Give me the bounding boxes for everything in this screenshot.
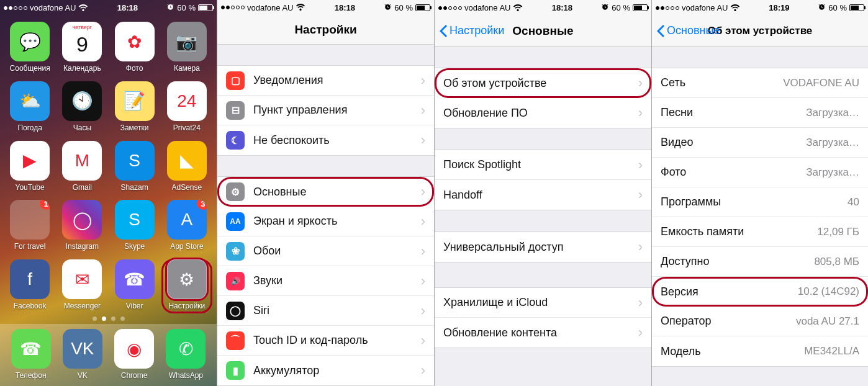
app-chrome[interactable]: ◉Chrome [114, 329, 154, 380]
homescreen-panel: vodafone AU 18:18 60 % 💬Сообщениячетверг… [0, 0, 217, 386]
row-label: Хранилище и iCloud [443, 296, 633, 309]
app-adsense[interactable]: ◣AdSense [162, 141, 212, 194]
chevron-right-icon: › [638, 75, 643, 91]
carrier-label: vodafone AU [30, 3, 76, 12]
row-label: Видео [661, 136, 806, 149]
row-label: Обновление контента [443, 326, 633, 339]
row-label: Об этом устройстве [443, 77, 633, 90]
settings-row[interactable]: ☾Не беспокоить› [217, 125, 434, 155]
app-appstore[interactable]: A3App Store [162, 200, 212, 253]
app-label: WhatsApp [169, 371, 203, 380]
page-title: Об этом устройстве [708, 25, 813, 37]
app-label: AdSense [172, 183, 202, 192]
page-title: Настройки [294, 23, 356, 37]
settings-row[interactable]: ⚙Основные› [217, 177, 434, 207]
settings-panel: vodafone AU 18:18 60 % Настройки ▢Уведом… [217, 0, 434, 386]
page-title: Основные [512, 24, 573, 38]
app-privat24[interactable]: 24Privat24 [162, 81, 212, 135]
row-icon: ⌒ [226, 331, 245, 350]
app-photos[interactable]: ✿Фото [110, 22, 160, 75]
settings-row[interactable]: ▮Аккумулятор› [217, 356, 434, 385]
app-clock[interactable]: 🕙Часы [57, 81, 107, 135]
settings-row[interactable]: Обновление контента› [435, 318, 651, 348]
row-icon: AA [226, 212, 245, 231]
app-label: VK [78, 371, 88, 380]
chevron-right-icon: › [421, 273, 425, 289]
app-label: Messenger [64, 302, 101, 310]
app-shazam[interactable]: SShazam [110, 141, 160, 194]
vk-icon: VK [63, 329, 102, 369]
clock-icon: 🕙 [62, 81, 102, 121]
app-instagram[interactable]: ◯Instagram [57, 200, 107, 253]
app-folder-travel[interactable]: 1For travel [5, 200, 55, 253]
app-calendar[interactable]: четверг9Календарь [57, 22, 107, 75]
app-label: Chrome [121, 371, 148, 380]
settings-row[interactable]: Об этом устройстве› [435, 68, 651, 98]
settings-row[interactable]: ❀Обои› [217, 236, 434, 266]
back-label: Настройки [450, 24, 504, 37]
row-value: Загрузка… [806, 166, 859, 179]
settings-row[interactable]: ⌒Touch ID и код-пароль› [217, 326, 434, 356]
chevron-right-icon: › [421, 243, 425, 259]
chevron-right-icon: › [421, 303, 425, 319]
info-row: Версия10.2 (14C92) [652, 277, 868, 307]
app-messenger[interactable]: ✉Messenger [57, 259, 107, 313]
app-label: Погода [17, 123, 42, 132]
settings-row[interactable]: 🔊Звуки› [217, 266, 434, 296]
app-notes[interactable]: 📝Заметки [110, 81, 160, 135]
app-facebook[interactable]: fFacebook [5, 259, 55, 313]
back-button[interactable]: Настройки [440, 16, 504, 46]
general-panel: vodafone AU 18:18 60 % Настройки Основны… [434, 0, 651, 386]
info-row: МодельME342LL/A [652, 336, 868, 366]
calendar-icon: четверг9 [62, 22, 102, 61]
row-label: Песни [661, 106, 806, 119]
youtube-icon: ▶ [10, 141, 50, 181]
battery-icon [849, 4, 864, 11]
row-value: 805,8 МБ [814, 256, 859, 268]
app-vk[interactable]: VKVK [63, 329, 102, 380]
back-label: Основные [667, 24, 720, 37]
app-label: Viber [126, 302, 143, 310]
app-messages[interactable]: 💬Сообщения [5, 22, 55, 75]
back-button[interactable]: Основные [657, 16, 720, 46]
app-label: Часы [73, 123, 91, 132]
row-label: Емкость памяти [661, 225, 817, 238]
chevron-right-icon: › [421, 333, 425, 349]
whatsapp-icon: ✆ [166, 329, 206, 369]
row-label: Пункт управления [253, 104, 416, 117]
settings-row[interactable]: Универсальный доступ› [435, 232, 651, 262]
row-label: Звуки [253, 274, 416, 287]
instagram-icon: ◯ [62, 200, 102, 240]
info-row: ФотоЗагрузка… [652, 158, 868, 187]
camera-icon: 📷 [167, 22, 207, 61]
app-weather[interactable]: ⛅Погода [5, 81, 55, 135]
app-skype[interactable]: SSkype [110, 200, 160, 253]
settings-row[interactable]: ◯Siri› [217, 296, 434, 326]
row-icon: ❀ [226, 242, 245, 261]
app-gmail[interactable]: MGmail [57, 141, 107, 194]
carrier-label: vodafone AU [464, 3, 510, 12]
facebook-icon: f [10, 259, 50, 299]
settings-row[interactable]: ⊟Пункт управления› [217, 96, 434, 125]
app-label: Настройки [168, 302, 205, 310]
app-label: App Store [170, 242, 203, 251]
chevron-right-icon: › [421, 102, 425, 119]
settings-row[interactable]: Поиск Spotlight› [435, 150, 651, 180]
status-bar: vodafone AU 18:18 60 % [217, 0, 434, 15]
chrome-icon: ◉ [114, 329, 154, 369]
app-whatsapp[interactable]: ✆WhatsApp [166, 329, 206, 380]
settings-row[interactable]: Handoff› [435, 180, 651, 210]
app-camera[interactable]: 📷Камера [162, 22, 212, 75]
app-settings[interactable]: ⚙Настройки [162, 259, 212, 313]
app-youtube[interactable]: ▶YouTube [5, 141, 55, 194]
chevron-right-icon: › [421, 132, 425, 148]
app-phone[interactable]: ☎Телефон [11, 329, 51, 380]
row-value: 40 [848, 196, 859, 209]
skype-icon: S [115, 200, 155, 240]
settings-row[interactable]: Хранилище и iCloud› [435, 288, 651, 318]
settings-row[interactable]: AAЭкран и яркость› [217, 207, 434, 236]
row-label: Основные [253, 186, 416, 199]
settings-row[interactable]: Обновление ПО› [435, 98, 651, 128]
app-viber[interactable]: ☎Viber [110, 259, 160, 313]
settings-row[interactable]: ▢Уведомления› [217, 66, 434, 96]
